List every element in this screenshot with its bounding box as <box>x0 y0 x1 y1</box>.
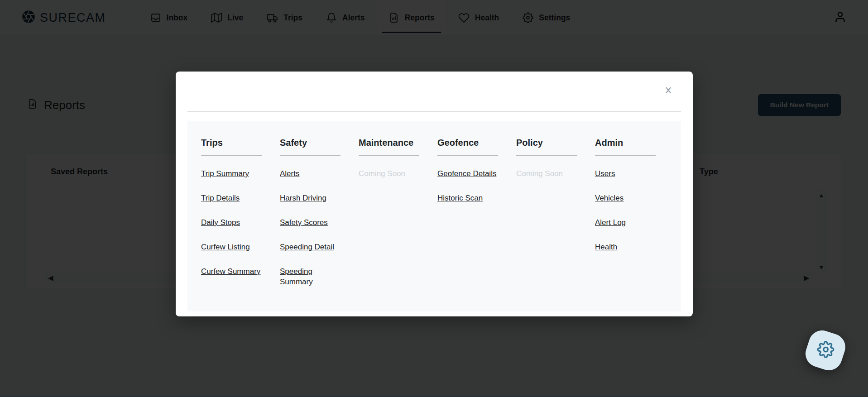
modal-header: ✕ <box>187 72 681 111</box>
column-title: Maintenance <box>359 138 419 156</box>
report-link-trip-details[interactable]: Trip Details <box>201 193 262 203</box>
report-link-health[interactable]: Health <box>595 242 656 252</box>
report-link-speeding-summary[interactable]: Speeding Summary <box>280 266 340 287</box>
report-link-vehicles[interactable]: Vehicles <box>595 193 656 203</box>
column-title: Geofence <box>437 138 498 156</box>
report-link-alert-log[interactable]: Alert Log <box>595 217 656 228</box>
report-link-daily-stops[interactable]: Daily Stops <box>201 217 262 228</box>
coming-soon-label: Coming Soon <box>359 168 419 179</box>
report-picker-modal: ✕ Trips Trip Summary Trip Details Daily … <box>176 72 693 316</box>
report-column-trips: Trips Trip Summary Trip Details Daily St… <box>201 138 262 311</box>
report-column-geofence: Geofence Geofence Details Historic Scan <box>437 138 498 311</box>
report-link-users[interactable]: Users <box>595 168 656 179</box>
close-icon[interactable]: ✕ <box>665 85 672 96</box>
report-column-admin: Admin Users Vehicles Alert Log Health <box>595 138 656 311</box>
report-link-harsh-driving[interactable]: Harsh Driving <box>280 193 340 203</box>
report-column-safety: Safety Alerts Harsh Driving Safety Score… <box>280 138 340 311</box>
report-link-alerts[interactable]: Alerts <box>280 168 340 179</box>
report-column-maintenance: Maintenance Coming Soon <box>359 138 419 311</box>
column-title: Policy <box>516 138 577 156</box>
report-categories-panel: Trips Trip Summary Trip Details Daily St… <box>187 121 681 311</box>
report-link-speeding-detail[interactable]: Speeding Detail <box>280 242 340 252</box>
column-title: Safety <box>280 138 340 156</box>
app-window: SURECAM Inbox Live <box>0 0 868 397</box>
report-column-policy: Policy Coming Soon <box>516 138 577 311</box>
column-title: Admin <box>595 138 656 156</box>
report-link-historic-scan[interactable]: Historic Scan <box>437 193 498 203</box>
report-link-trip-summary[interactable]: Trip Summary <box>201 168 262 179</box>
report-link-geofence-details[interactable]: Geofence Details <box>437 168 498 179</box>
report-link-curfew-summary[interactable]: Curfew Summary <box>201 266 262 277</box>
column-title: Trips <box>201 138 262 156</box>
report-link-safety-scores[interactable]: Safety Scores <box>280 217 340 228</box>
coming-soon-label: Coming Soon <box>516 168 577 179</box>
report-link-curfew-listing[interactable]: Curfew Listing <box>201 242 262 252</box>
gear-icon <box>814 339 836 362</box>
